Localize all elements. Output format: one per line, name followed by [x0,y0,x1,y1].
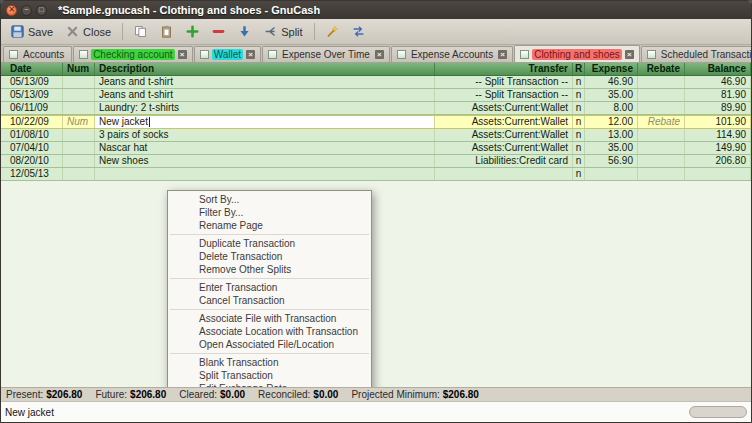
cell-transfer[interactable]: Assets:Current:Wallet [435,142,573,154]
transaction-row[interactable]: 08/20/10New shoesLiabilities:Credit card… [1,155,751,168]
menu-item-open-associated-file-location[interactable]: Open Associated File/Location [169,338,370,351]
tab-expense-over-time[interactable]: Expense Over Time× [262,46,390,62]
cell-date[interactable]: 06/11/09 [1,102,63,114]
cell-r[interactable]: n [573,76,585,88]
cell-rebate[interactable]: Rebate [638,116,685,128]
menu-item-associate-location-with-transaction[interactable]: Associate Location with Transaction [169,325,370,338]
split-button[interactable]: Split [258,22,308,41]
blank-transaction-button[interactable] [320,22,345,41]
cell-num[interactable] [63,155,95,167]
cell-expense[interactable]: 35.00 [585,89,638,101]
column-header-rebate[interactable]: Rebate [638,63,685,75]
cell-transfer[interactable]: -- Split Transaction -- [435,76,573,88]
cell-date[interactable]: 12/05/13 [1,168,63,180]
cell-balance[interactable] [685,168,751,180]
cell-expense[interactable]: 13.00 [585,129,638,141]
tab-accounts[interactable]: Accounts [3,46,72,62]
tab-close-icon[interactable]: × [498,50,507,59]
menu-item-delete-transaction[interactable]: Delete Transaction [169,250,370,263]
tab-close-icon[interactable]: × [246,50,255,59]
cell-date[interactable]: 01/08/10 [1,129,63,141]
close-button[interactable]: Close [60,22,117,41]
cell-date[interactable]: 10/22/09 [1,116,63,128]
cell-r[interactable]: n [573,168,585,180]
cell-rebate[interactable] [638,102,685,114]
menu-item-sort-by[interactable]: Sort By... [169,193,370,206]
column-header-date[interactable]: Date [1,63,63,75]
column-header-description[interactable]: Description [95,63,435,75]
cell-transfer[interactable]: Assets:Current:Wallet [435,129,573,141]
cell-transfer[interactable]: -- Split Transaction -- [435,89,573,101]
cell-r[interactable]: n [573,155,585,167]
cell-transfer[interactable]: Liabilities:Credit card [435,155,573,167]
column-header-r[interactable]: R [573,63,585,75]
menu-item-edit-exchange-rate[interactable]: Edit Exchange Rate [169,382,370,387]
tab-close-icon[interactable]: × [375,50,384,59]
menu-item-split-transaction[interactable]: Split Transaction [169,369,370,382]
cell-balance[interactable]: 89.90 [685,102,751,114]
cell-date[interactable]: 07/04/10 [1,142,63,154]
add-transaction-button[interactable] [180,22,205,41]
cell-expense[interactable]: 56.90 [585,155,638,167]
cell-expense[interactable] [585,168,638,180]
save-button[interactable]: Save [5,22,59,41]
cell-rebate[interactable] [638,129,685,141]
tab-wallet[interactable]: Wallet× [194,46,261,62]
transaction-row-selected[interactable]: 10/22/09NumNew jacketAssets:Current:Wall… [1,115,751,129]
transaction-row[interactable]: 06/11/09Laundry: 2 t-shirtsAssets:Curren… [1,102,751,115]
cell-num[interactable] [63,129,95,141]
cell-balance[interactable]: 206.80 [685,155,751,167]
cell-date[interactable]: 05/13/09 [1,89,63,101]
column-header-transfer[interactable]: Transfer [435,63,573,75]
paste-button[interactable] [154,22,179,41]
cell-date[interactable]: 05/13/09 [1,76,63,88]
window-close-icon[interactable]: ✕ [6,5,17,16]
cell-description[interactable]: Nascar hat [95,142,435,154]
cell-num[interactable] [63,168,95,180]
menu-item-associate-file-with-transaction[interactable]: Associate File with Transaction [169,312,370,325]
cell-rebate[interactable] [638,142,685,154]
cell-rebate[interactable] [638,168,685,180]
cell-balance[interactable]: 149.90 [685,142,751,154]
cell-rebate[interactable] [638,89,685,101]
cell-r[interactable]: n [573,89,585,101]
column-header-expense[interactable]: Expense [585,63,638,75]
enter-transaction-button[interactable] [232,22,257,41]
menu-item-blank-transaction[interactable]: Blank Transaction [169,356,370,369]
tab-close-icon[interactable]: × [178,50,187,59]
cell-balance[interactable]: 46.90 [685,76,751,88]
cell-r[interactable]: n [573,129,585,141]
cell-description[interactable] [95,168,435,180]
cell-description[interactable]: 3 pairs of socks [95,129,435,141]
cell-rebate[interactable] [638,76,685,88]
cell-description[interactable]: Jeans and t-shirt [95,89,435,101]
delete-transaction-button[interactable] [206,22,231,41]
menu-item-filter-by[interactable]: Filter By... [169,206,370,219]
cell-transfer[interactable]: Assets:Current:Wallet [435,102,573,114]
cell-balance[interactable]: 101.90 [685,116,751,128]
menu-item-remove-other-splits[interactable]: Remove Other Splits [169,263,370,276]
tab-close-icon[interactable]: × [625,50,634,59]
cell-expense[interactable]: 35.00 [585,142,638,154]
cell-r[interactable]: n [573,102,585,114]
cell-balance[interactable]: 81.90 [685,89,751,101]
menu-item-rename-page[interactable]: Rename Page [169,219,370,232]
transaction-row[interactable]: 05/13/09Jeans and t-shirt-- Split Transa… [1,76,751,89]
transfer-button[interactable] [346,22,371,41]
cell-expense[interactable]: 12.00 [585,116,638,128]
transaction-row[interactable]: 07/04/10Nascar hatAssets:Current:Walletn… [1,142,751,155]
cell-expense[interactable]: 8.00 [585,102,638,114]
transaction-row[interactable]: 01/08/103 pairs of socksAssets:Current:W… [1,129,751,142]
cell-num[interactable] [63,76,95,88]
cell-expense[interactable]: 46.90 [585,76,638,88]
tab-checking-account[interactable]: Checking account× [73,46,193,62]
tab-clothing-and-shoes[interactable]: Clothing and shoes× [514,45,640,62]
cell-transfer[interactable]: Assets:Current:Wallet [435,116,573,128]
cell-num[interactable]: Num [63,116,95,128]
column-header-balance[interactable]: Balance [685,63,751,75]
window-minimize-icon[interactable]: − [21,5,32,16]
cell-r[interactable]: n [573,142,585,154]
cell-num[interactable] [63,142,95,154]
tab-expense-accounts[interactable]: Expense Accounts× [391,46,513,62]
menu-item-duplicate-transaction[interactable]: Duplicate Transaction [169,237,370,250]
